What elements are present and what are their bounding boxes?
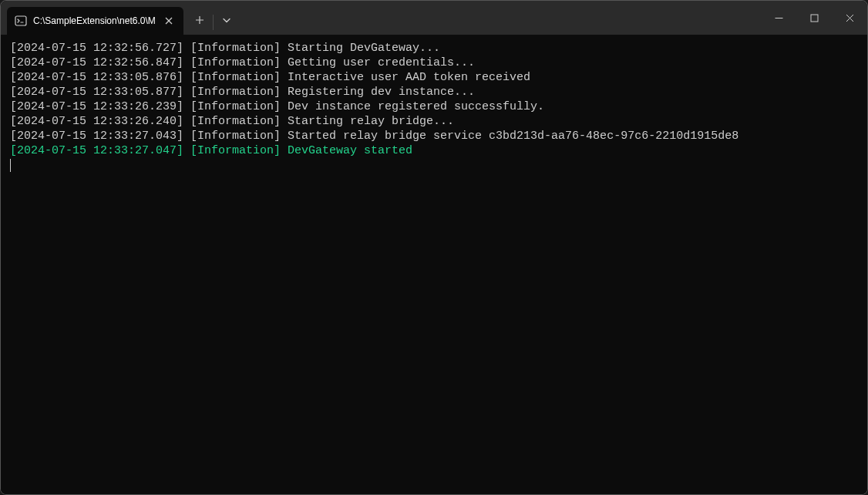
tab-area: C:\SampleExtension\net6.0\M — [1, 1, 183, 35]
cursor — [10, 159, 11, 172]
svg-rect-0 — [15, 16, 26, 25]
tab-actions — [183, 1, 240, 35]
log-line: [2024-07-15 12:33:27.043] [Information] … — [10, 129, 858, 143]
tab-close-button[interactable] — [162, 14, 176, 28]
titlebar-drag-area[interactable] — [240, 1, 761, 35]
log-line: [2024-07-15 12:33:05.876] [Information] … — [10, 70, 858, 85]
log-line: [2024-07-15 12:33:26.240] [Information] … — [10, 114, 858, 129]
minimize-button[interactable] — [761, 1, 796, 35]
new-tab-button[interactable] — [187, 7, 213, 33]
log-line: [2024-07-15 12:32:56.847] [Information] … — [10, 56, 858, 70]
active-tab[interactable]: C:\SampleExtension\net6.0\M — [7, 7, 183, 35]
close-window-button[interactable] — [832, 1, 867, 35]
maximize-button[interactable] — [796, 1, 832, 35]
log-line: [2024-07-15 12:33:26.239] [Information] … — [10, 99, 858, 114]
tab-dropdown-button[interactable] — [214, 7, 240, 33]
terminal-icon — [15, 15, 27, 27]
cursor-line — [10, 158, 858, 173]
svg-rect-7 — [811, 15, 818, 22]
titlebar: C:\SampleExtension\net6.0\M — [1, 1, 867, 35]
terminal-content[interactable]: [2024-07-15 12:32:56.727] [Information] … — [1, 35, 867, 494]
log-line: [2024-07-15 12:32:56.727] [Information] … — [10, 41, 858, 56]
tab-title: C:\SampleExtension\net6.0\M — [33, 15, 156, 26]
log-line: [2024-07-15 12:33:05.877] [Information] … — [10, 85, 858, 99]
log-line: [2024-07-15 12:33:27.047] [Information] … — [10, 143, 858, 158]
window-controls — [761, 1, 867, 35]
